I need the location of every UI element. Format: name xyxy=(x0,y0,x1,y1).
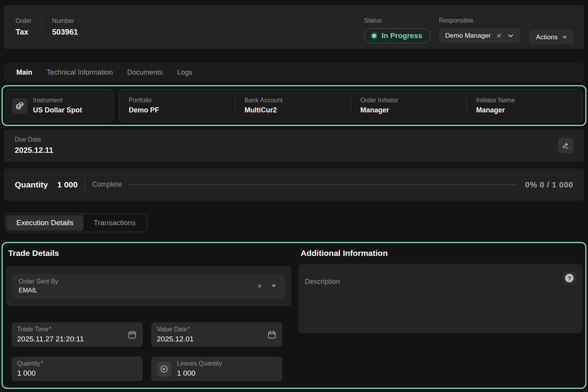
value-date-value: 2025.12.01 xyxy=(157,335,194,343)
pencil-icon xyxy=(562,141,570,150)
question-mark-icon: ? xyxy=(565,274,574,282)
status-group: Status In Progress xyxy=(364,17,430,43)
status-label: Status xyxy=(364,17,430,24)
initiator-name-field: Initiator Name Manager xyxy=(467,97,582,114)
order-number-group: Number 503961 xyxy=(52,18,78,37)
progress-text: 0% 0 / 1 000 xyxy=(525,180,573,189)
clear-responsible-icon[interactable]: ✕ xyxy=(496,32,502,40)
order-initiator-label: Order Initiator xyxy=(360,97,467,104)
initiator-name-value: Manager xyxy=(476,106,582,114)
additional-info-column: Additional Information ? xyxy=(298,247,582,384)
progress-track xyxy=(128,184,518,185)
quantity-label: Quantity xyxy=(15,180,48,189)
header-divider xyxy=(42,17,42,37)
order-header: Order Tax Number 503961 Status In Progre… xyxy=(4,5,584,49)
responsible-select[interactable]: Demo Manager ✕ xyxy=(439,28,520,43)
complete-label: Complete xyxy=(92,180,122,189)
status-badge: In Progress xyxy=(364,28,430,43)
edit-due-date-button[interactable] xyxy=(558,138,574,153)
chevron-down-icon xyxy=(507,32,514,39)
quantity-field-value: 1 000 xyxy=(17,369,43,378)
number-value: 503961 xyxy=(52,28,78,37)
trade-details-column: Trade Details Order Sent By EMAIL ✕ Trad… xyxy=(6,247,291,384)
tab-documents[interactable]: Documents xyxy=(127,68,163,77)
trade-details-title: Trade Details xyxy=(8,248,291,258)
instrument-highlight-section: Instrument US Dollar Spot Portfolio Demo… xyxy=(2,85,586,126)
subtab-transactions[interactable]: Transactions xyxy=(84,215,146,231)
leaves-quantity-value: 1 000 xyxy=(177,369,222,378)
order-sent-by-panel: Order Sent By EMAIL ✕ xyxy=(6,266,291,306)
order-sent-by-select[interactable]: Order Sent By EMAIL ✕ xyxy=(12,274,285,298)
trade-details-highlight-section: Trade Details Order Sent By EMAIL ✕ Trad… xyxy=(2,242,586,389)
main-tabbar: Main Technical Information Documents Log… xyxy=(4,63,584,82)
trade-time-field[interactable]: Trade Time * 2025.11.27 21:20:11 xyxy=(12,322,143,347)
portfolio-value: Demo PF xyxy=(129,106,235,114)
order-value: Tax xyxy=(16,28,32,37)
bank-account-value: MultiCur2 xyxy=(245,106,351,114)
description-input[interactable] xyxy=(298,264,582,333)
tab-technical-information[interactable]: Technical Information xyxy=(47,68,113,77)
responsible-value: Demo Manager xyxy=(445,32,491,40)
quantity-progress-panel: Quantity 1 000 Complete 0% 0 / 1 000 xyxy=(4,168,584,201)
help-button[interactable]: ? xyxy=(563,271,576,285)
leaves-quantity-label: Leaves Quantity xyxy=(177,360,222,367)
order-sent-by-value: EMAIL xyxy=(19,287,58,294)
value-date-label: Value Date * xyxy=(157,326,194,333)
return-arrow-icon[interactable] xyxy=(157,362,172,376)
order-initiator-field: Order Initiator Manager xyxy=(351,97,467,114)
coins-icon xyxy=(12,98,28,114)
quantity-field-label: Quantity * xyxy=(17,360,43,367)
calendar-icon[interactable] xyxy=(267,330,277,340)
trade-time-label: Trade Time * xyxy=(17,326,84,333)
calendar-icon[interactable] xyxy=(127,330,137,340)
subtab-execution-details[interactable]: Execution Details xyxy=(6,215,84,231)
order-info-card: Portfolio Demo PF Bank Account MultiCur2… xyxy=(119,89,583,122)
caret-down-icon xyxy=(562,36,567,39)
due-date-label: Due Date xyxy=(15,136,41,143)
tab-main[interactable]: Main xyxy=(16,68,32,77)
order-sent-by-label: Order Sent By xyxy=(19,278,58,285)
order-initiator-value: Manager xyxy=(360,106,467,114)
order-type-group: Order Tax xyxy=(16,18,32,37)
detail-subtabs: Execution Details Transactions xyxy=(5,214,147,232)
portfolio-field: Portfolio Demo PF xyxy=(119,97,235,114)
portfolio-label: Portfolio xyxy=(129,97,235,104)
due-date-value: 2025.12.11 xyxy=(15,146,584,155)
instrument-card[interactable]: Instrument US Dollar Spot xyxy=(5,89,114,122)
responsible-label: Responsible xyxy=(439,17,520,24)
tab-logs[interactable]: Logs xyxy=(177,68,192,77)
instrument-value: US Dollar Spot xyxy=(33,106,82,114)
number-label: Number xyxy=(52,18,78,24)
order-label: Order xyxy=(16,18,32,24)
trade-time-value: 2025.11.27 21:20:11 xyxy=(17,335,84,343)
due-date-panel: Due Date 2025.12.11 xyxy=(4,130,584,162)
actions-button[interactable]: Actions xyxy=(529,30,574,45)
clear-order-sent-by-icon[interactable]: ✕ xyxy=(257,283,262,290)
leaves-quantity-field: Leaves Quantity 1 000 xyxy=(151,357,282,381)
quantity-field[interactable]: Quantity * 1 000 xyxy=(12,357,143,381)
actions-label: Actions xyxy=(536,33,558,41)
quantity-value: 1 000 xyxy=(57,180,78,189)
quantity-divider xyxy=(85,180,85,190)
initiator-name-label: Initiator Name xyxy=(476,97,582,104)
instrument-label: Instrument xyxy=(33,97,82,104)
status-text: In Progress xyxy=(382,32,422,40)
bank-account-label: Bank Account xyxy=(245,97,351,104)
status-dot-icon xyxy=(372,33,376,38)
caret-down-icon xyxy=(271,285,276,287)
responsible-group: Responsible Demo Manager ✕ xyxy=(439,17,520,43)
value-date-field[interactable]: Value Date * 2025.12.01 xyxy=(151,322,282,347)
additional-info-title: Additional Information xyxy=(301,248,582,258)
bank-account-field: Bank Account MultiCur2 xyxy=(235,97,351,114)
